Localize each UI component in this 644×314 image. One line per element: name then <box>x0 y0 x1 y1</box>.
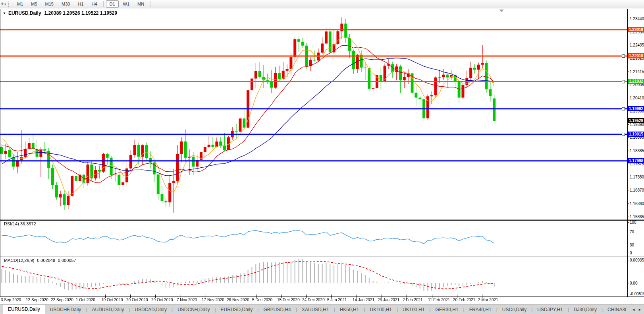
dropdown-caret-icon: ▾ <box>4 2 6 6</box>
price-tick-mark <box>627 85 629 85</box>
chart-tab-usoil-daily-13[interactable]: USOil,Daily <box>497 305 531 314</box>
rsi-indicator-canvas[interactable] <box>0 220 627 255</box>
date-tick-mark <box>130 295 131 298</box>
price-tick-mark <box>627 204 629 204</box>
price-tick-mark <box>627 19 629 19</box>
chart-window-bottom-border <box>0 297 644 297</box>
hline-price-tag[interactable]: 1.19015 <box>628 132 644 137</box>
price-tick-mark <box>627 217 629 217</box>
chart-tab-eurusd-daily-5[interactable]: EURUSD,Daily <box>216 305 258 314</box>
date-tick-mark <box>306 295 307 298</box>
main-chart-canvas[interactable] <box>0 9 627 219</box>
timeframe-button-m1[interactable]: M1 <box>13 0 27 8</box>
timeframe-button-m5[interactable]: M5 <box>27 0 40 8</box>
chart-title-ohlc: 1.20389 1.20526 1.19522 1.19529 <box>44 10 118 16</box>
date-tick-mark <box>331 295 332 298</box>
price-tick-mark <box>627 151 629 151</box>
price-tick-mark <box>627 98 629 98</box>
price-axis-separator <box>627 9 628 297</box>
timeframe-button-m30[interactable]: M30 <box>58 0 73 8</box>
hline-price-tag[interactable]: 1.17998 <box>628 158 644 163</box>
date-tick-mark <box>357 295 357 298</box>
date-label: 2 Mar 2021 <box>478 298 498 302</box>
price-tick-mark <box>627 164 629 164</box>
price-tick-label: 1.16360 <box>630 202 644 206</box>
rsi-tick-label: 30 <box>630 243 644 247</box>
date-label: 2 Feb 2021 <box>403 298 423 302</box>
timeframe-toolbar: + ▾ M1M5M15M30H1H4D1W1MN <box>0 0 644 8</box>
trading-platform-window: + ▾ M1M5M15M30H1H4D1W1MN ▼ EURUSD,Daily … <box>0 0 644 314</box>
date-tick-mark <box>432 295 432 298</box>
hline-price-tag[interactable]: 1.21032 <box>628 79 644 84</box>
macd-indicator-canvas[interactable] <box>0 256 627 296</box>
chart-tab-dj30-daily-15[interactable]: DJ30,Daily <box>569 305 602 314</box>
chart-dropdown-icon[interactable]: ▼ <box>3 12 6 15</box>
hline-price-tag[interactable]: 1.22010 <box>628 53 644 58</box>
chart-title-symbol: EURUSD,Daily <box>8 10 41 16</box>
timeframe-button-m15[interactable]: M15 <box>42 0 57 8</box>
toolbar-grip-handle[interactable] <box>8 2 10 7</box>
tab-scroll-arrows: ◄ ► <box>627 305 644 314</box>
price-tick-label: 1.16870 <box>630 188 644 192</box>
macd-tick-label: -0.005156 <box>630 292 644 296</box>
rsi-label: RSI(14) 36.3572 <box>4 221 36 226</box>
date-tick-mark <box>55 295 55 298</box>
macd-tick-mark <box>627 260 629 260</box>
price-tick-label: 1.17380 <box>630 175 644 179</box>
date-tick-mark <box>30 295 30 298</box>
date-label: 26 Nov 2020 <box>227 298 249 302</box>
hline-price-tag[interactable]: 1.23019 <box>628 27 644 32</box>
chart-tab-uk100-h1-10[interactable]: UK100,H1 <box>398 305 429 314</box>
chart-tab-ger30-h1-11[interactable]: GER30,H1 <box>431 305 463 314</box>
timeframe-button-mn[interactable]: MN <box>134 0 148 8</box>
chart-tab-audusd-daily-2[interactable]: AUDUSD,Daily <box>87 305 129 314</box>
chart-tab-gbpusd-h4-6[interactable]: GBPUSD,H4 <box>258 305 295 314</box>
date-tick-mark <box>281 295 282 298</box>
chart-tab-usdcad-daily-3[interactable]: USDCAD,Daily <box>130 305 172 314</box>
date-label: 20 Feb 2021 <box>453 298 475 302</box>
chart-tab-xauusd-h1-7[interactable]: XAUUSD,H1 <box>297 305 334 314</box>
chart-tab-eurusd-daily-0[interactable]: EURUSD,Daily <box>3 305 45 314</box>
chart-tab-bar: EURUSD,DailyUSDCHF,Daily|AUDUSD,Daily|US… <box>0 304 644 314</box>
hline-price-tag[interactable]: 1.19992 <box>628 106 644 111</box>
macd-label: MACD(12,26,9) -0.002048 -0.000057 <box>4 258 76 263</box>
macd-tick-mark <box>627 283 629 283</box>
timeframe-buttons: M1M5M15M30H1H4D1W1MN <box>13 0 152 8</box>
chart-tab-usdcnh-daily-4[interactable]: USDCNH,Daily <box>173 305 214 314</box>
crosshair-icon: + <box>1 0 4 8</box>
main-pane-bottom-border[interactable] <box>0 219 644 219</box>
date-label: 14 Jan 2021 <box>353 298 374 302</box>
timeframe-button-d1[interactable]: D1 <box>106 0 119 8</box>
timeframe-button-w1[interactable]: W1 <box>120 0 133 8</box>
date-label: 17 Nov 2020 <box>202 298 224 302</box>
date-tick-mark <box>382 295 382 298</box>
date-label: 11 Feb 2021 <box>428 298 450 302</box>
chart-tab-fra40-h1-12[interactable]: FRA40,H1 <box>465 305 496 314</box>
current-price-tag: 1.19529 <box>628 118 644 123</box>
date-label: 24 Dec 2020 <box>302 298 325 302</box>
date-label: 3 Sep 2020 <box>1 298 21 302</box>
tab-scroll-left-icon[interactable]: ◄ <box>632 308 635 312</box>
rsi-tick-mark <box>627 253 629 253</box>
cursor-tool-button[interactable]: + ▾ <box>1 0 6 8</box>
date-label: 29 Oct 2020 <box>151 298 173 302</box>
rsi-pane-bottom-border[interactable] <box>0 255 644 255</box>
date-label: 7 Nov 2020 <box>177 298 197 302</box>
price-tick-label: 1.18385 <box>630 149 644 153</box>
rsi-tick-mark <box>627 222 629 223</box>
rsi-tick-label: 100 <box>630 220 644 225</box>
date-tick-mark <box>256 295 256 298</box>
chart-tab-hk50-h1-8[interactable]: HK50,H1 <box>335 305 364 314</box>
date-tick-mark <box>457 295 457 298</box>
date-tick-mark <box>5 295 5 298</box>
toolbar-separator <box>150 1 150 7</box>
timeframe-button-h4[interactable]: H4 <box>88 0 100 8</box>
date-tick-mark <box>155 295 156 298</box>
tab-scroll-right-icon[interactable]: ► <box>638 308 642 312</box>
chart-tab-usdchf-daily-1[interactable]: USDCHF,Daily <box>45 305 86 314</box>
chart-tab-usdjpy-h1-14[interactable]: USDJPY,H1 <box>532 305 567 314</box>
chart-title: ▼ EURUSD,Daily 1.20389 1.20526 1.19522 1… <box>3 10 117 16</box>
price-tick-mark <box>627 124 629 125</box>
timeframe-button-h1[interactable]: H1 <box>74 0 87 8</box>
chart-tab-uk100-h1-9[interactable]: UK100,H1 <box>365 305 397 314</box>
